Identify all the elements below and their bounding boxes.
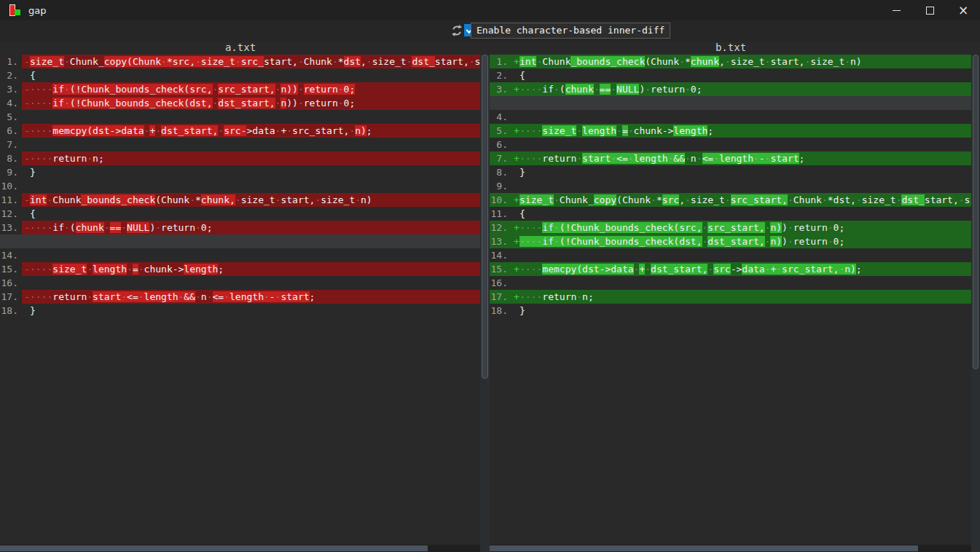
diff-marker bbox=[24, 304, 30, 318]
inner-diff-highlight: memcpy(dst->data bbox=[52, 125, 144, 136]
code-segment: ·Chunk bbox=[536, 56, 571, 67]
refresh-button[interactable] bbox=[450, 24, 463, 37]
inner-diff-highlight: NULL bbox=[616, 84, 639, 95]
code-segment: · bbox=[87, 264, 93, 275]
minimize-button[interactable] bbox=[879, 0, 913, 20]
whitespace-dot: · bbox=[520, 291, 525, 302]
whitespace-dot: · bbox=[651, 194, 656, 205]
whitespace-dot: · bbox=[822, 194, 828, 205]
whitespace-dot: · bbox=[525, 222, 531, 233]
whitespace-dot: · bbox=[645, 84, 651, 95]
whitespace-dot: · bbox=[536, 56, 542, 67]
whitespace-dot: · bbox=[64, 98, 70, 109]
whitespace-dot: · bbox=[87, 153, 93, 164]
diff-row: 6. bbox=[490, 138, 971, 151]
whitespace-dot: · bbox=[224, 291, 230, 302]
whitespace-dot: · bbox=[765, 56, 771, 67]
whitespace-dot: · bbox=[161, 56, 167, 67]
diff-row: 16. bbox=[0, 276, 480, 290]
diff-marker bbox=[514, 179, 520, 193]
inner-diff-highlight: if·(!Chunk_bounds_check(src, bbox=[52, 84, 212, 95]
whitespace-dot: · bbox=[332, 56, 338, 67]
inner-diff-highlight: length bbox=[184, 264, 218, 275]
inner-diff-checkbox-label[interactable]: Enable character-based inner-diff bbox=[471, 23, 670, 39]
diff-spacer-row bbox=[490, 96, 971, 110]
code-segment: ,·size_t· bbox=[361, 56, 412, 67]
inner-diff-highlight: if·(!Chunk_bounds_check(src, bbox=[542, 222, 702, 233]
code-segment: ))·return·0; bbox=[286, 98, 355, 109]
diff-spacer-row bbox=[0, 234, 480, 248]
whitespace-dot: · bbox=[576, 125, 582, 136]
diff-marker bbox=[24, 207, 30, 221]
whitespace-dot: · bbox=[30, 84, 36, 95]
scrollbar-thumb[interactable] bbox=[973, 55, 979, 369]
whitespace-dot: · bbox=[355, 194, 361, 205]
diff-marker: + bbox=[514, 82, 520, 96]
whitespace-dot: · bbox=[525, 153, 531, 164]
diff-marker bbox=[514, 138, 520, 151]
maximize-button[interactable] bbox=[913, 0, 946, 20]
diff-row: 17.+····return·n; bbox=[490, 290, 971, 304]
line-number: 9. bbox=[0, 165, 22, 179]
diff-marker bbox=[514, 248, 520, 262]
horizontal-scrollbar-left bbox=[0, 545, 480, 552]
close-button[interactable]: × bbox=[946, 0, 980, 20]
code-segment: ·Chunk_ bbox=[64, 56, 104, 67]
scrollbar-thumb[interactable] bbox=[490, 545, 918, 551]
whitespace-dot: · bbox=[64, 56, 70, 67]
whitespace-dot: · bbox=[30, 98, 36, 109]
line-number: 10. bbox=[490, 193, 511, 207]
code-line: ····if·(!Chunk_bounds_check(src,·src_sta… bbox=[520, 221, 844, 234]
inner-diff-highlight: src_start, bbox=[731, 194, 788, 205]
whitespace-dot: · bbox=[611, 84, 616, 95]
diff-row: 8.} bbox=[490, 165, 971, 179]
whitespace-dot: · bbox=[179, 291, 184, 302]
code-segment: ·n· bbox=[195, 291, 212, 302]
whitespace-dot: · bbox=[520, 236, 525, 247]
whitespace-dot: · bbox=[298, 56, 304, 67]
code-segment: { bbox=[30, 70, 36, 81]
diff-row: 12.{ bbox=[0, 207, 480, 221]
whitespace-dot: · bbox=[685, 194, 691, 205]
diff-marker bbox=[24, 276, 30, 290]
inner-diff-highlight: src bbox=[662, 194, 679, 205]
diff-marker bbox=[24, 179, 30, 193]
inner-diff-highlight: src_start, bbox=[218, 84, 275, 95]
inner-diff-highlight: ····if·(!Chunk_bounds_check(dst, bbox=[520, 236, 702, 247]
diff-marker: + bbox=[514, 55, 520, 68]
diff-row: 10. bbox=[0, 179, 480, 193]
diff-marker: + bbox=[514, 234, 520, 248]
inner-diff-highlight: src_start, bbox=[707, 222, 764, 233]
title-bar: gap × bbox=[0, 0, 980, 20]
scrollbar-thumb[interactable] bbox=[0, 545, 428, 551]
scrollbar-thumb[interactable] bbox=[482, 55, 488, 379]
whitespace-dot: · bbox=[576, 153, 582, 164]
diff-marker: + bbox=[514, 290, 520, 304]
diff-marker: + bbox=[514, 124, 520, 138]
diff-row: 14. bbox=[490, 248, 971, 262]
code-segment: ····if·( bbox=[520, 84, 565, 95]
diff-row: 15.+····memcpy(dst->data·+·dst_start,·sr… bbox=[490, 262, 971, 276]
code-segment: )·return·0; bbox=[639, 84, 702, 95]
whitespace-dot: · bbox=[104, 222, 110, 233]
whitespace-dot: · bbox=[36, 125, 42, 136]
diff-marker bbox=[514, 165, 520, 179]
inner-diff-highlight: n) bbox=[770, 222, 782, 233]
diff-marker bbox=[24, 165, 30, 179]
code-segment: ·size_t·start,·size_t·n) bbox=[235, 194, 372, 205]
diff-row: 3.-····if·(!Chunk_bounds_check(src,·src_… bbox=[0, 82, 480, 96]
code-segment: } bbox=[30, 167, 36, 178]
whitespace-dot: · bbox=[525, 125, 531, 136]
diff-row: 5. bbox=[0, 110, 480, 124]
line-number: 7. bbox=[490, 151, 511, 165]
inner-diff-highlight: chunk bbox=[691, 56, 719, 67]
code-line: ····memcpy(dst->data·+·dst_start,·src->d… bbox=[520, 262, 862, 276]
inner-diff-highlight: copy bbox=[594, 194, 616, 205]
inner-diff-highlight: int bbox=[520, 56, 536, 67]
code-segment: ···· bbox=[30, 84, 52, 95]
code-line: } bbox=[30, 165, 36, 179]
whitespace-dot: · bbox=[218, 125, 224, 136]
whitespace-dot: · bbox=[776, 264, 782, 275]
line-number: 12. bbox=[490, 221, 511, 234]
line-number: 6. bbox=[490, 138, 511, 151]
